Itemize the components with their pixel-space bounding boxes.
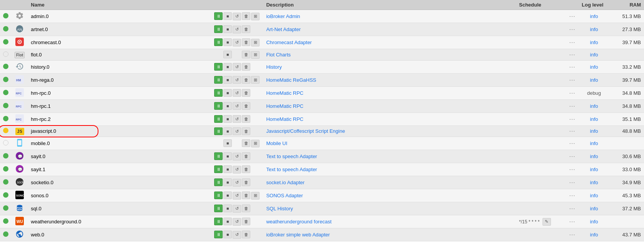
log-level-link[interactable]: info [590, 103, 598, 109]
log-level-cell[interactable]: info [579, 60, 609, 73]
delete-button[interactable]: 🗑 [242, 115, 250, 123]
dots-icon[interactable]: ⋯ [569, 26, 576, 33]
pause-button[interactable]: ⏸ [214, 127, 223, 135]
pause-button[interactable]: ⏸ [214, 165, 223, 173]
dots-cell[interactable]: ⋯ [566, 36, 579, 49]
log-level-cell[interactable]: info [579, 10, 609, 23]
pause-button[interactable]: ⏸ [214, 63, 223, 71]
pause-button[interactable]: ⏸ [214, 178, 223, 186]
restart-button[interactable]: ↺ [233, 63, 241, 71]
dots-icon[interactable]: ⋯ [569, 231, 576, 238]
delete-button[interactable]: 🗑 [242, 192, 250, 199]
dots-cell[interactable]: ⋯ [566, 202, 579, 215]
stop-button[interactable]: ■ [223, 165, 232, 173]
log-level-link[interactable]: info [590, 116, 598, 122]
delete-button[interactable]: 🗑 [242, 231, 250, 238]
restart-button[interactable]: ↺ [233, 39, 241, 46]
pause-button[interactable]: ⏸ [214, 76, 223, 84]
delete-button[interactable]: 🗑 [242, 165, 250, 173]
restart-button[interactable]: ↺ [233, 218, 241, 226]
dots-icon[interactable]: ⋯ [569, 116, 576, 122]
pause-button[interactable]: ⏸ [214, 12, 223, 20]
log-level-cell[interactable]: info [579, 112, 609, 125]
restart-button[interactable]: ↺ [233, 102, 241, 110]
log-level-link[interactable]: info [590, 206, 598, 211]
stop-button[interactable]: ■ [223, 51, 232, 58]
restart-button[interactable]: ↺ [233, 26, 241, 33]
log-level-cell[interactable]: info [579, 228, 609, 241]
dots-icon[interactable]: ⋯ [569, 90, 576, 96]
log-level-link[interactable]: info [590, 77, 598, 83]
stop-button[interactable]: ■ [223, 152, 232, 160]
delete-button[interactable]: 🗑 [242, 63, 250, 71]
log-level-link[interactable]: info [590, 232, 598, 238]
stop-button[interactable]: ■ [223, 102, 232, 110]
log-level-link[interactable]: info [590, 13, 598, 19]
pause-button[interactable]: ⏸ [214, 38, 223, 46]
restart-button[interactable]: ↺ [233, 115, 241, 123]
restart-button[interactable]: ↺ [233, 13, 241, 20]
log-level-link[interactable]: info [590, 180, 598, 185]
log-level-cell[interactable]: info [579, 163, 609, 176]
log-level-link[interactable]: info [590, 52, 598, 58]
log-level-cell[interactable]: info [579, 125, 609, 137]
delete-button[interactable]: 🗑 [242, 102, 250, 110]
stop-button[interactable]: ■ [223, 76, 232, 84]
dots-icon[interactable]: ⋯ [569, 179, 576, 186]
dots-cell[interactable]: ⋯ [566, 86, 579, 99]
restart-button[interactable]: ↺ [233, 192, 241, 200]
log-level-link[interactable]: info [590, 219, 598, 225]
dots-icon[interactable]: ⋯ [569, 13, 576, 20]
dots-cell[interactable]: ⋯ [566, 125, 579, 137]
dots-cell[interactable]: ⋯ [566, 112, 579, 125]
config-button[interactable]: ⊞ [251, 39, 260, 46]
log-level-cell[interactable]: info [579, 176, 609, 189]
dots-cell[interactable]: ⋯ [566, 49, 579, 61]
restart-button[interactable]: ↺ [233, 153, 241, 160]
delete-button[interactable]: 🗑 [242, 218, 250, 225]
dots-cell[interactable]: ⋯ [566, 189, 579, 202]
log-level-cell[interactable]: info [579, 36, 609, 49]
delete-button[interactable]: 🗑 [242, 51, 250, 58]
restart-button[interactable]: ↺ [233, 89, 241, 97]
dots-icon[interactable]: ⋯ [569, 103, 576, 109]
delete-button[interactable]: 🗑 [242, 38, 250, 46]
log-level-cell[interactable]: info [579, 202, 609, 215]
log-level-cell[interactable]: info [579, 49, 609, 61]
dots-icon[interactable]: ⋯ [569, 77, 576, 83]
dots-icon[interactable]: ⋯ [569, 64, 576, 70]
restart-button[interactable]: ↺ [233, 127, 241, 135]
pause-button[interactable]: ⏸ [214, 205, 223, 212]
dots-icon[interactable]: ⋯ [569, 153, 576, 160]
config-button[interactable]: ⊞ [251, 192, 260, 200]
log-level-cell[interactable]: info [579, 215, 609, 228]
config-button[interactable]: ⊞ [251, 13, 260, 20]
stop-button[interactable]: ■ [223, 115, 232, 123]
restart-button[interactable]: ↺ [233, 179, 241, 187]
pause-button[interactable]: ⏸ [214, 115, 223, 123]
log-level-cell[interactable]: info [579, 23, 609, 36]
restart-button[interactable]: ↺ [233, 205, 241, 213]
delete-button[interactable]: 🗑 [242, 12, 250, 20]
delete-button[interactable]: 🗑 [242, 76, 250, 84]
restart-button[interactable]: ↺ [233, 231, 241, 239]
dots-cell[interactable]: ⋯ [566, 163, 579, 176]
config-button[interactable]: ⊞ [251, 140, 260, 147]
log-level-cell[interactable]: info [579, 99, 609, 112]
dots-cell[interactable]: ⋯ [566, 73, 579, 86]
stop-button[interactable]: ■ [223, 89, 232, 97]
log-level-cell[interactable]: info [579, 137, 609, 150]
restart-button[interactable]: ↺ [233, 166, 241, 173]
log-level-link[interactable]: info [590, 193, 598, 198]
dots-icon[interactable]: ⋯ [569, 205, 576, 212]
stop-button[interactable]: ■ [223, 127, 232, 135]
stop-button[interactable]: ■ [223, 205, 232, 212]
log-level-link[interactable]: info [590, 128, 598, 134]
dots-cell[interactable]: ⋯ [566, 137, 579, 150]
stop-button[interactable]: ■ [223, 63, 232, 71]
delete-button[interactable]: 🗑 [242, 139, 250, 147]
dots-icon[interactable]: ⋯ [569, 192, 576, 199]
dots-icon[interactable]: ⋯ [569, 140, 576, 147]
dots-icon[interactable]: ⋯ [569, 128, 576, 134]
dots-icon[interactable]: ⋯ [569, 39, 576, 46]
